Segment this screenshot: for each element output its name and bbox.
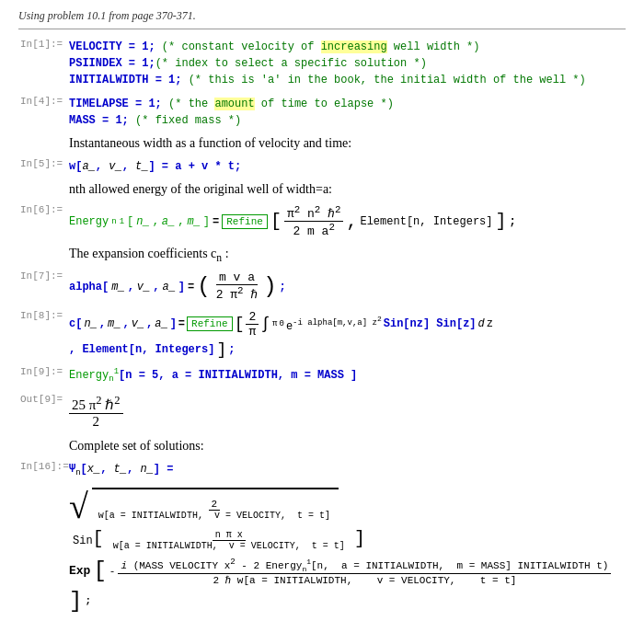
cell-code-in4: TIMELAPSE = 1; (* the amount of time to … xyxy=(69,96,626,129)
prose-width-velocity: Instantaneous width as a function of vel… xyxy=(69,136,626,151)
cell-in5: In[5]:= w[a_, v_, t_] = a + v * t; xyxy=(18,158,626,175)
output-value-out9: 25 π2 ℏ2 2 xyxy=(69,394,626,430)
prose-expansion-coeff: The expansion coefficients cn : xyxy=(69,247,626,264)
cell-label-in8: In[8]:= xyxy=(20,310,63,321)
cell-code-in8: c[n_, m_, v_, a_] = Refine[ 2π ∫π0 e-i a… xyxy=(69,310,626,359)
cell-code-in6: Energyn1[n_, a_, m_] = Refine[ π2 n2 ℏ2 … xyxy=(69,204,626,239)
cell-in16: In[16]:= Ψn[x_, t_, n_] = xyxy=(18,461,626,480)
cell-code-in7: alpha[m_, v_, a_] = ( m v a 2 π2 ℏ ) ; xyxy=(69,270,626,302)
cell-label-in4: In[4]:= xyxy=(20,96,63,107)
cell-in7: In[7]:= alpha[m_, v_, a_] = ( m v a 2 π2… xyxy=(18,270,626,302)
prose-solutions: Complete set of solutions: xyxy=(69,439,626,454)
cell-label-in9: In[9]:= xyxy=(20,366,63,377)
cell-label-in7: In[7]:= xyxy=(20,270,63,282)
cell-label-in5: In[5]:= xyxy=(20,158,63,169)
cell-code-in16: Ψn[x_, t_, n_] = xyxy=(69,461,626,480)
output-label-out9: Out[9]= xyxy=(20,394,63,405)
cell-label-in1: In[1]:= xyxy=(20,39,63,50)
cell-in4: In[4]:= TIMELAPSE = 1; (* the amount of … xyxy=(18,96,626,129)
prose-nth-energy: nth allowed energy of the original well … xyxy=(69,182,626,197)
cell-in1: In[1]:= VELOCITY = 1; (* constant veloci… xyxy=(18,39,626,88)
cell-in8: In[8]:= c[n_, m_, v_, a_] = Refine[ 2π ∫… xyxy=(18,310,626,359)
cell-label-in6: In[6]:= xyxy=(20,204,63,215)
subtitle: Using problem 10.1 from page 370-371. xyxy=(18,9,626,23)
cell-in6: In[6]:= Energyn1[n_, a_, m_] = Refine[ π… xyxy=(18,204,626,239)
cell-code-in5: w[a_, v_, t_] = a + v * t; xyxy=(69,158,626,175)
cell-code-in9: Energyn1[n = 5, a = INITIALWIDTH, m = MA… xyxy=(69,366,626,386)
psi-formula: √ 2 w[a = INITIALWIDTH, v = VELOCITY, t … xyxy=(69,488,626,614)
cell-out9: Out[9]= 25 π2 ℏ2 2 xyxy=(18,394,626,430)
cell-code-in1: VELOCITY = 1; (* constant velocity of in… xyxy=(69,39,626,88)
cell-label-in16: In[16]:= xyxy=(20,461,69,472)
cell-in9: In[9]:= Energyn1[n = 5, a = INITIALWIDTH… xyxy=(18,366,626,386)
